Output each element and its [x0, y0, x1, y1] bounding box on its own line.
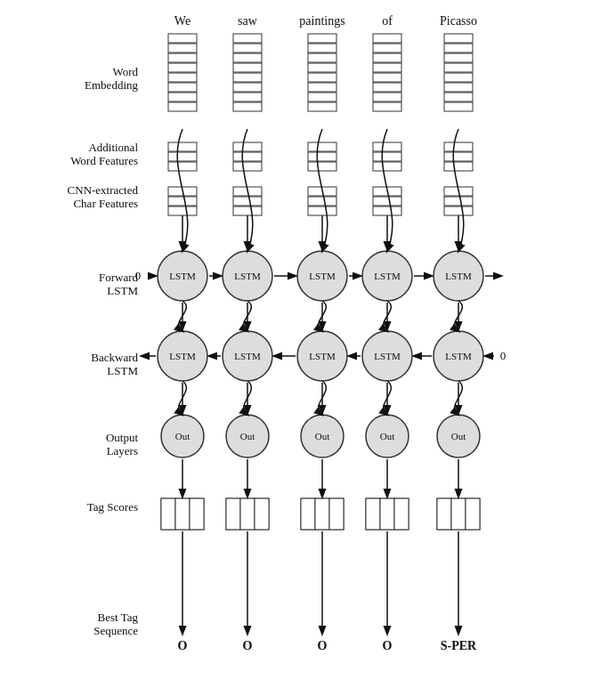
svg-rect-71: [373, 206, 401, 215]
svg-rect-134: [380, 498, 394, 530]
svg-rect-122: [175, 498, 190, 530]
svg-text:LSTM: LSTM: [234, 351, 261, 361]
svg-rect-39: [444, 53, 473, 62]
svg-rect-26: [308, 83, 336, 92]
svg-rect-121: [161, 498, 175, 530]
svg-text:Out: Out: [240, 431, 255, 441]
svg-rect-56: [373, 162, 401, 171]
svg-rect-127: [255, 498, 269, 530]
svg-rect-45: [168, 142, 197, 151]
svg-rect-57: [444, 142, 473, 151]
svg-rect-18: [233, 83, 262, 92]
svg-text:Tag Scores: Tag Scores: [87, 500, 138, 514]
svg-rect-5: [168, 34, 197, 43]
svg-text:Forward: Forward: [99, 271, 139, 284]
svg-rect-17: [233, 73, 262, 82]
svg-rect-32: [373, 63, 401, 72]
svg-rect-19: [233, 93, 262, 101]
svg-text:LSTM: LSTM: [169, 351, 196, 361]
svg-text:LSTM: LSTM: [107, 284, 138, 297]
svg-rect-62: [168, 206, 197, 215]
svg-text:Out: Out: [380, 431, 395, 441]
svg-rect-15: [233, 53, 262, 62]
svg-text:Out: Out: [315, 431, 330, 441]
svg-text:Best Tag: Best Tag: [98, 611, 139, 624]
svg-rect-126: [240, 498, 255, 530]
svg-rect-33: [373, 73, 401, 82]
svg-rect-14: [233, 44, 262, 53]
svg-text:of: of: [382, 14, 393, 28]
svg-rect-131: [329, 498, 344, 530]
svg-text:Out: Out: [451, 431, 466, 441]
svg-text:paintings: paintings: [299, 14, 344, 28]
svg-rect-30: [373, 44, 401, 53]
svg-rect-35: [373, 93, 401, 101]
diagram: WesawpaintingsofPicassoWordEmbeddingAddi…: [0, 0, 616, 680]
svg-rect-46: [168, 152, 197, 161]
svg-text:Backward: Backward: [91, 351, 138, 364]
svg-rect-43: [444, 93, 473, 101]
svg-rect-129: [301, 498, 315, 530]
svg-text:Char Features: Char Features: [73, 197, 138, 210]
svg-text:LSTM: LSTM: [445, 271, 472, 281]
svg-rect-7: [168, 53, 197, 62]
svg-rect-65: [233, 206, 262, 215]
svg-text:O: O: [243, 639, 253, 652]
svg-text:LSTM: LSTM: [169, 271, 196, 281]
svg-text:LSTM: LSTM: [374, 271, 401, 281]
svg-text:O: O: [383, 639, 393, 652]
svg-text:Output: Output: [106, 431, 139, 444]
svg-text:LSTM: LSTM: [374, 351, 401, 361]
svg-text:0: 0: [135, 269, 142, 282]
svg-rect-6: [168, 44, 197, 53]
svg-text:Out: Out: [175, 431, 190, 441]
svg-rect-16: [233, 63, 262, 72]
svg-rect-28: [308, 102, 336, 111]
svg-rect-58: [444, 152, 473, 161]
svg-rect-27: [308, 93, 336, 101]
svg-text:Picasso: Picasso: [440, 14, 477, 28]
svg-rect-64: [233, 197, 262, 206]
svg-text:S-PER: S-PER: [441, 639, 477, 652]
svg-rect-29: [373, 34, 401, 43]
svg-text:LSTM: LSTM: [107, 364, 138, 377]
svg-rect-54: [373, 142, 401, 151]
svg-rect-51: [308, 142, 336, 151]
svg-rect-8: [168, 63, 197, 72]
svg-rect-13: [233, 34, 262, 43]
svg-rect-22: [308, 44, 336, 53]
svg-rect-47: [168, 162, 197, 171]
svg-text:Layers: Layers: [107, 444, 138, 457]
svg-rect-53: [308, 162, 336, 171]
svg-text:saw: saw: [238, 14, 258, 28]
svg-text:Word Features: Word Features: [70, 154, 138, 167]
svg-rect-61: [168, 197, 197, 206]
svg-rect-31: [373, 53, 401, 62]
svg-rect-24: [308, 63, 336, 72]
svg-rect-74: [444, 206, 473, 215]
svg-rect-20: [233, 102, 262, 111]
svg-text:Sequence: Sequence: [93, 624, 138, 637]
svg-rect-37: [444, 34, 473, 43]
svg-rect-38: [444, 44, 473, 53]
svg-text:Word: Word: [112, 65, 138, 78]
svg-rect-55: [373, 152, 401, 161]
svg-rect-137: [437, 498, 451, 530]
svg-rect-21: [308, 34, 336, 43]
svg-text:LSTM: LSTM: [445, 351, 472, 361]
svg-rect-139: [466, 498, 480, 530]
svg-text:We: We: [174, 14, 190, 28]
svg-rect-135: [394, 498, 409, 530]
svg-rect-25: [308, 73, 336, 82]
svg-text:Embedding: Embedding: [85, 78, 138, 92]
svg-text:LSTM: LSTM: [234, 271, 261, 281]
svg-rect-133: [366, 498, 380, 530]
svg-rect-10: [168, 83, 197, 92]
svg-rect-123: [190, 498, 204, 530]
svg-rect-49: [233, 152, 262, 161]
svg-rect-42: [444, 83, 473, 92]
svg-rect-68: [308, 206, 336, 215]
svg-rect-130: [315, 498, 329, 530]
svg-text:0: 0: [500, 349, 507, 362]
svg-rect-11: [168, 93, 197, 101]
